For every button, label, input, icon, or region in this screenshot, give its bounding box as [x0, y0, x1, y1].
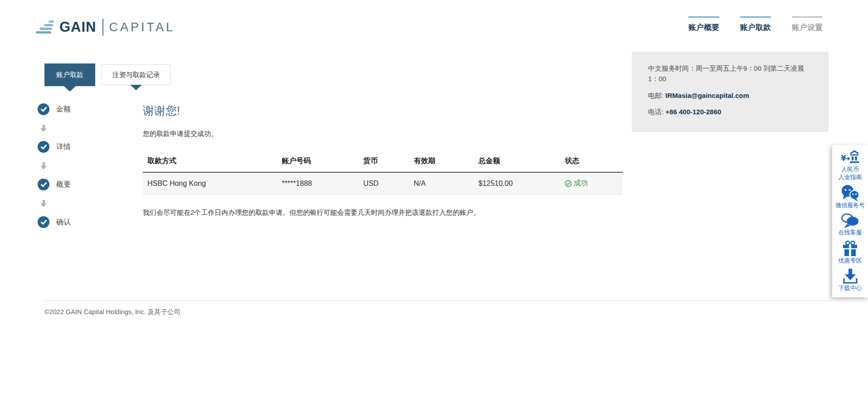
side-toolbar: ¥ 人民币 入金指南 微信服务号 [832, 145, 868, 297]
tool-label: 人民币 [841, 166, 859, 174]
rmb-deposit-guide-icon: ¥ [841, 150, 860, 166]
step-confirm: 确认 [38, 216, 71, 228]
promotions-icon [841, 240, 860, 257]
step-arrow-down-icon [40, 125, 47, 132]
toolbar-live-chat[interactable]: 在线客服 [833, 213, 867, 237]
step-arrow-down-icon [40, 200, 47, 207]
tool-label: 下载中心 [839, 285, 862, 292]
svg-text:¥: ¥ [841, 154, 846, 163]
nav-account-settings[interactable]: 账户设置 [792, 16, 823, 33]
main-content: 谢谢您! 您的取款申请提交成功。 取款方式 账户号码 货币 有效期 总金额 状态 [143, 103, 623, 217]
cell-currency: USD [359, 172, 409, 194]
step-details: 详情 [38, 141, 71, 153]
nav-account-withdrawal[interactable]: 账户取款 [740, 16, 771, 33]
step-summary: 概要 [38, 179, 71, 190]
col-header-method: 取款方式 [143, 151, 277, 172]
table-row: HSBC Hong Kong *****1888 USD N/A $12510.… [143, 172, 623, 194]
download-center-icon [841, 267, 860, 285]
cell-account: *****1888 [277, 172, 359, 194]
toolbar-rmb-deposit-guide[interactable]: ¥ 人民币 入金指南 [833, 150, 867, 181]
check-circle-icon [38, 141, 49, 153]
check-circle-icon [38, 216, 49, 228]
step-label: 详情 [56, 142, 71, 152]
tab-funding-history[interactable]: 注资与取款记录 [101, 64, 171, 85]
step-amount: 金额 [38, 103, 71, 115]
logo-separator [102, 19, 103, 36]
tool-label: 在线客服 [839, 229, 862, 237]
col-header-account: 账户号码 [277, 151, 359, 172]
logo-primary-text: GAIN [59, 19, 97, 35]
status-badge: 成功 [565, 179, 618, 188]
header: GAIN CAPITAL 账户概要 账户取款 账户设置 [0, 0, 868, 53]
footer-copyright: ©2022 GAIN Capital Holdings, Inc. 及其子公司 [44, 308, 180, 316]
phone-label: 电话: [648, 108, 663, 116]
logo-bars-icon [35, 18, 56, 38]
contact-phone-line: 电话: +86 400-120-2860 [648, 107, 812, 117]
toolbar-wechat[interactable]: 微信服务号 [833, 184, 867, 209]
page: GAIN CAPITAL 账户概要 账户取款 账户设置 账户取款 注资与取款记录… [0, 0, 868, 398]
table-header-row: 取款方式 账户号码 货币 有效期 总金额 状态 [143, 151, 623, 172]
success-check-icon [565, 180, 572, 187]
live-chat-icon [841, 213, 860, 229]
top-navigation: 账户概要 账户取款 账户设置 [688, 16, 823, 33]
tab-withdrawal[interactable]: 账户取款 [44, 63, 95, 86]
success-message: 您的取款申请提交成功。 [143, 130, 623, 138]
service-hours: 中文服务时间：周一至周五上午9：00 到第二天凌晨1：00 [648, 63, 812, 84]
toolbar-promotions[interactable]: 优惠专区 [833, 240, 867, 265]
cell-expiry: N/A [409, 172, 474, 194]
tool-label: 入金指南 [839, 174, 862, 181]
processing-note: 我们会尽可能在2个工作日内办理您的取款申请。但您的银行可能会需要几天时间办理并把… [143, 209, 623, 217]
tool-label: 优惠专区 [839, 257, 862, 265]
wizard-steps: 金额 详情 概要 确认 [38, 103, 71, 228]
cell-method: HSBC Hong Kong [143, 172, 277, 194]
check-circle-icon [38, 179, 49, 190]
tool-label: 微信服务号 [835, 202, 865, 209]
toolbar-download-center[interactable]: 下载中心 [833, 267, 867, 292]
step-label: 概要 [56, 180, 71, 189]
footer-divider [44, 301, 830, 301]
email-label: 电邮: [648, 92, 663, 99]
contact-info-panel: 中文服务时间：周一至周五上午9：00 到第二天凌晨1：00 电邮: IRMasi… [632, 52, 829, 132]
col-header-currency: 货币 [359, 151, 409, 172]
col-header-status: 状态 [560, 151, 623, 172]
contact-email-line: 电邮: IRMasia@gaincapital.com [648, 90, 812, 101]
col-header-amount: 总金额 [474, 151, 560, 172]
logo-secondary-text: CAPITAL [109, 20, 176, 34]
page-title: 谢谢您! [143, 103, 623, 118]
wechat-icon [841, 184, 860, 202]
col-header-expiry: 有效期 [409, 151, 474, 172]
cell-amount: $12510.00 [474, 172, 560, 194]
step-arrow-down-icon [40, 162, 47, 170]
status-text: 成功 [573, 179, 588, 188]
check-circle-icon [38, 103, 49, 115]
phone-number[interactable]: +86 400-120-2860 [665, 108, 721, 116]
step-label: 金额 [56, 105, 71, 114]
gain-capital-logo[interactable]: GAIN CAPITAL [35, 16, 175, 38]
email-link[interactable]: IRMasia@gaincapital.com [665, 92, 749, 99]
withdrawal-table: 取款方式 账户号码 货币 有效期 总金额 状态 HSBC Hong Kong *… [143, 151, 623, 194]
nav-account-overview[interactable]: 账户概要 [688, 16, 719, 33]
cell-status: 成功 [560, 172, 623, 194]
step-label: 确认 [56, 218, 71, 227]
